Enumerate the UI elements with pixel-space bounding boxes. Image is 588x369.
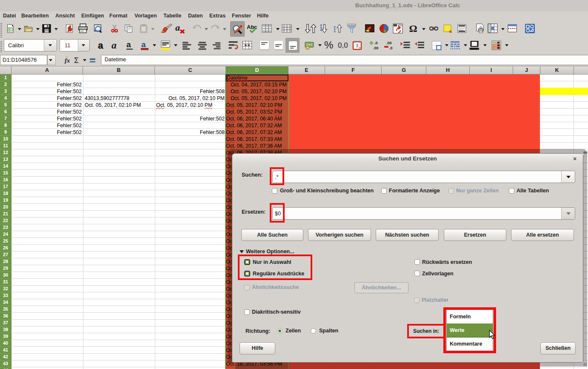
svg-text:3: 3 — [356, 43, 358, 48]
svg-text:a: a — [126, 40, 131, 49]
svg-text:Ω: Ω — [409, 23, 417, 34]
svg-text:Σ: Σ — [74, 56, 79, 64]
svg-text:a: a — [141, 40, 146, 49]
svg-text:.00: .00 — [386, 41, 392, 45]
svg-text:0,0: 0,0 — [338, 41, 348, 49]
svg-text:a: a — [111, 40, 117, 50]
svg-text:%: % — [324, 40, 333, 50]
svg-text:fx: fx — [65, 57, 70, 64]
svg-text:a: a — [98, 41, 103, 50]
svg-text:a: a — [175, 23, 180, 33]
svg-text:.0: .0 — [389, 46, 393, 50]
svg-text:.00: .00 — [373, 46, 379, 50]
svg-text:.0: .0 — [374, 41, 378, 45]
